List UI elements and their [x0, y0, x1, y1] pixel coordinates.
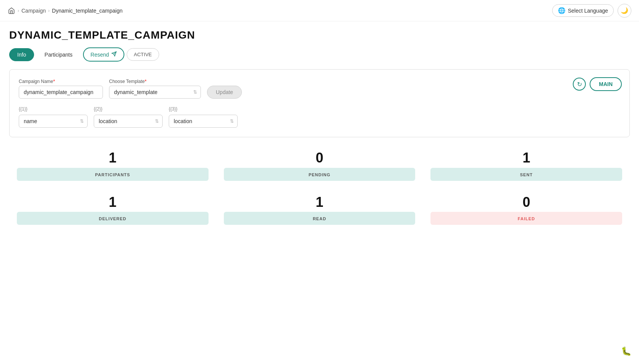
resend-button[interactable]: Resend: [83, 47, 124, 62]
home-icon[interactable]: [8, 7, 15, 15]
stat-sent-label-box: SENT: [430, 168, 622, 181]
tab-info[interactable]: Info: [9, 48, 34, 61]
page-title: DYNAMIC_TEMPLATE_CAMPAIGN: [9, 29, 630, 41]
stat-participants-number: 1: [109, 150, 116, 166]
select-language-label: Select Language: [568, 8, 608, 14]
choose-template-wrapper: dynamic_template: [109, 86, 201, 99]
tabs-row: Info Participants Resend ACTIVE: [9, 47, 630, 62]
stat-failed-label: FAILED: [518, 216, 535, 221]
var1-wrapper: name: [19, 115, 88, 128]
var1-field: {{1}} name: [19, 106, 88, 128]
choose-template-label: Choose Template*: [109, 79, 201, 84]
dark-mode-button[interactable]: 🌙: [618, 4, 631, 18]
stat-sent: 1 SENT: [423, 146, 630, 185]
moon-icon: 🌙: [621, 7, 628, 14]
globe-icon: 🌐: [558, 7, 566, 14]
stats-row-2: 1 DELIVERED 1 READ 0 FAILED: [9, 191, 630, 229]
stat-failed-number: 0: [523, 195, 530, 210]
topbar-right: 🌐 Select Language 🌙: [552, 4, 631, 18]
card-actions: ↻ MAIN: [573, 77, 622, 91]
main-button[interactable]: MAIN: [590, 77, 622, 91]
stat-delivered-number: 1: [109, 195, 116, 210]
stat-read-label: READ: [313, 216, 326, 221]
refresh-icon: ↻: [577, 81, 582, 88]
var2-select[interactable]: location: [94, 115, 163, 128]
var3-field: {{3}} location: [169, 106, 238, 128]
var1-select[interactable]: name: [19, 115, 88, 128]
stat-read-label-box: READ: [224, 212, 416, 225]
stat-pending-number: 0: [316, 150, 323, 166]
stat-pending-label-box: PENDING: [224, 168, 416, 181]
stat-delivered-label: DELIVERED: [99, 216, 126, 221]
choose-template-select[interactable]: dynamic_template: [109, 86, 201, 99]
vars-row: {{1}} name {{2}} location {{3}}: [19, 106, 620, 128]
stat-sent-number: 1: [523, 150, 530, 166]
stat-pending-label: PENDING: [308, 172, 330, 177]
refresh-button[interactable]: ↻: [573, 78, 586, 91]
stat-read-number: 1: [316, 195, 323, 210]
status-badge: ACTIVE: [127, 48, 159, 61]
page-content: DYNAMIC_TEMPLATE_CAMPAIGN Info Participa…: [0, 21, 639, 236]
form-card: ↻ MAIN Campaign Name* Choose Template* d…: [9, 69, 630, 137]
stat-participants-label: PARTICIPANTS: [95, 172, 130, 177]
stat-read: 1 READ: [216, 191, 423, 229]
choose-template-field: Choose Template* dynamic_template: [109, 79, 201, 99]
breadcrumb-current: Dynamic_template_campaign: [52, 8, 122, 14]
var2-label: {{2}}: [94, 106, 163, 112]
select-language-button[interactable]: 🌐 Select Language: [552, 4, 614, 17]
stat-participants: 1 PARTICIPANTS: [9, 146, 216, 185]
campaign-name-label: Campaign Name*: [19, 79, 103, 84]
update-button[interactable]: Update: [207, 86, 242, 99]
send-icon: [111, 51, 117, 58]
breadcrumb-sep-2: ›: [48, 8, 50, 13]
stat-failed-label-box: FAILED: [430, 212, 622, 225]
var3-wrapper: location: [169, 115, 238, 128]
stat-pending: 0 PENDING: [216, 146, 423, 185]
stats-section: 1 PARTICIPANTS 0 PENDING 1 SENT 1: [9, 146, 630, 229]
stat-delivered: 1 DELIVERED: [9, 191, 216, 229]
campaign-name-field: Campaign Name*: [19, 79, 103, 99]
form-main-row: Campaign Name* Choose Template* dynamic_…: [19, 79, 620, 99]
stat-sent-label: SENT: [520, 172, 533, 177]
breadcrumb-campaign[interactable]: Campaign: [21, 8, 46, 14]
stat-failed: 0 FAILED: [423, 191, 630, 229]
topbar: › Campaign › Dynamic_template_campaign 🌐…: [0, 0, 639, 21]
campaign-name-input[interactable]: [19, 86, 103, 99]
breadcrumb: › Campaign › Dynamic_template_campaign: [8, 7, 122, 15]
var2-wrapper: location: [94, 115, 163, 128]
stat-participants-label-box: PARTICIPANTS: [17, 168, 209, 181]
var2-field: {{2}} location: [94, 106, 163, 128]
var3-select[interactable]: location: [169, 115, 238, 128]
stats-row-1: 1 PARTICIPANTS 0 PENDING 1 SENT: [9, 146, 630, 185]
debug-icon[interactable]: 🐛: [621, 346, 631, 356]
var3-label: {{3}}: [169, 106, 238, 112]
stat-delivered-label-box: DELIVERED: [17, 212, 209, 225]
breadcrumb-sep-1: ›: [18, 8, 19, 13]
var1-label: {{1}}: [19, 106, 88, 112]
tab-participants[interactable]: Participants: [36, 48, 80, 61]
resend-label: Resend: [91, 52, 109, 58]
